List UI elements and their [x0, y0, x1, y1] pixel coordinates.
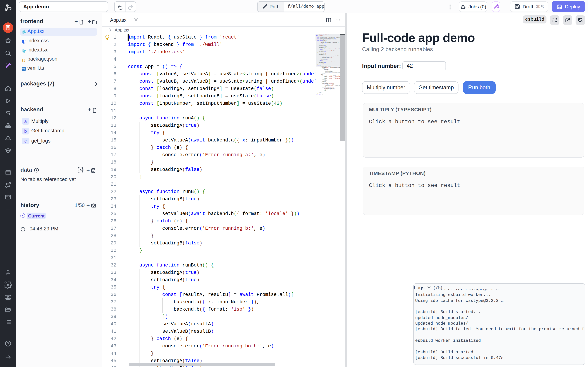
svg-text:TS: TS [22, 68, 25, 70]
svg-text:{}: {} [22, 58, 26, 62]
